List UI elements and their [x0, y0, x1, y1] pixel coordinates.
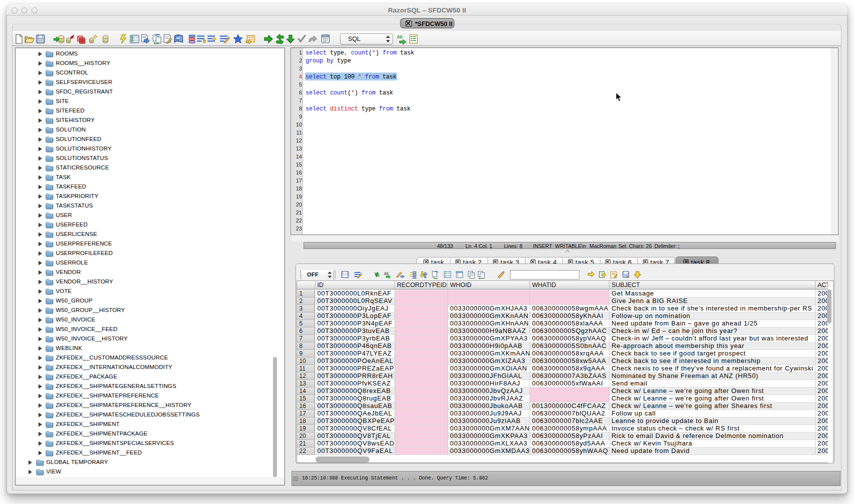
svg-text:66: 66 — [384, 271, 389, 276]
svg-text:66: 66 — [397, 34, 403, 40]
